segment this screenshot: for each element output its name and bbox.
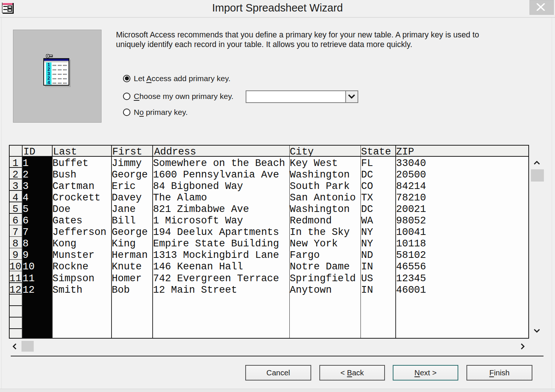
svg-text:xxx xxx xxx: xxx xxx xxx — [53, 77, 67, 80]
svg-text:xxx xxx xxx: xxx xxx xxx — [53, 82, 67, 84]
svg-text:xxx xxx xxx: xxx xxx xxx — [53, 69, 67, 71]
svg-text:xxx xxx xxx: xxx xxx xxx — [53, 64, 67, 67]
svg-text:4: 4 — [47, 80, 50, 85]
svg-text:xxx xxx xxx: xxx xxx xxx — [53, 73, 67, 76]
